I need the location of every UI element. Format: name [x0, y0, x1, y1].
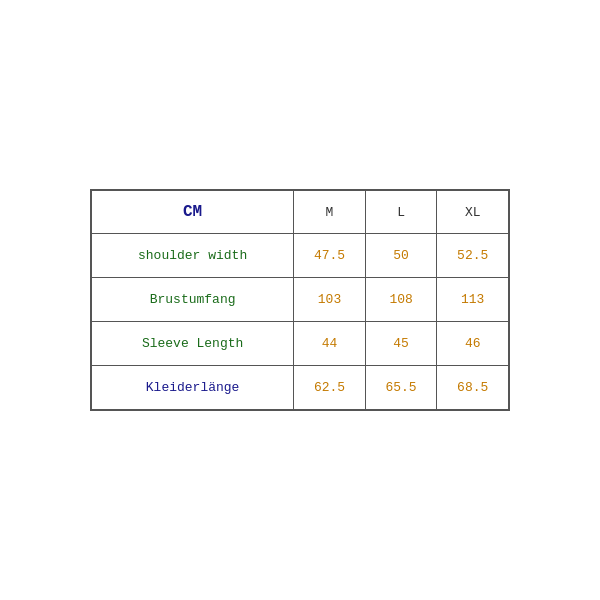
- size-table: CM M L XL shoulder width 47.5 50 52.5 Br…: [91, 190, 509, 410]
- row-label-kleider: Kleiderlänge: [92, 366, 294, 410]
- row-label-shoulder: shoulder width: [92, 234, 294, 278]
- table-row: Kleiderlänge 62.5 65.5 68.5: [92, 366, 509, 410]
- row-value-brustumfang-xl: 113: [437, 278, 509, 322]
- header-xl: XL: [437, 191, 509, 234]
- size-table-container: CM M L XL shoulder width 47.5 50 52.5 Br…: [90, 189, 510, 411]
- row-label-brustumfang: Brustumfang: [92, 278, 294, 322]
- row-value-sleeve-l: 45: [365, 322, 437, 366]
- header-cm: CM: [92, 191, 294, 234]
- row-value-shoulder-m: 47.5: [294, 234, 366, 278]
- table-row: Sleeve Length 44 45 46: [92, 322, 509, 366]
- row-value-sleeve-xl: 46: [437, 322, 509, 366]
- row-value-kleider-l: 65.5: [365, 366, 437, 410]
- header-l: L: [365, 191, 437, 234]
- row-value-shoulder-xl: 52.5: [437, 234, 509, 278]
- table-header-row: CM M L XL: [92, 191, 509, 234]
- row-value-shoulder-l: 50: [365, 234, 437, 278]
- row-value-brustumfang-m: 103: [294, 278, 366, 322]
- header-m: M: [294, 191, 366, 234]
- row-value-kleider-m: 62.5: [294, 366, 366, 410]
- row-value-kleider-xl: 68.5: [437, 366, 509, 410]
- table-row: shoulder width 47.5 50 52.5: [92, 234, 509, 278]
- row-value-brustumfang-l: 108: [365, 278, 437, 322]
- row-value-sleeve-m: 44: [294, 322, 366, 366]
- row-label-sleeve: Sleeve Length: [92, 322, 294, 366]
- table-row: Brustumfang 103 108 113: [92, 278, 509, 322]
